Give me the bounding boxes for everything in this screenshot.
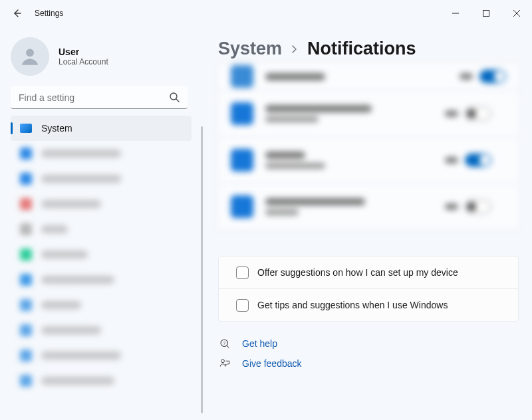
get-help-link[interactable]: ? Get help [218, 338, 519, 350]
user-name: User [59, 47, 108, 57]
sidebar-item-blurred[interactable] [11, 343, 192, 368]
svg-rect-0 [483, 11, 489, 17]
close-icon [513, 10, 520, 17]
nav-icon-blurred [20, 375, 32, 387]
maximize-button[interactable] [471, 3, 501, 23]
maximize-icon [483, 10, 489, 17]
app-notifications-list-blurred [218, 63, 519, 229]
sidebar-item-blurred[interactable] [11, 368, 192, 393]
option-offer-suggestions[interactable]: Offer suggestions on how I can set up my… [219, 257, 518, 288]
nav-label-blurred [41, 175, 121, 183]
avatar [11, 37, 49, 76]
nav-label-blurred [41, 276, 114, 284]
nav-label-blurred [41, 352, 121, 360]
content: System Notifications [205, 27, 532, 420]
sidebar-item-blurred[interactable] [11, 141, 192, 166]
nav-icon-blurred [20, 173, 32, 185]
option-get-tips[interactable]: Get tips and suggestions when I use Wind… [219, 288, 518, 321]
option-label: Offer suggestions on how I can set up my… [257, 267, 458, 278]
back-button[interactable] [7, 3, 27, 23]
nav-icon-blurred [20, 274, 32, 286]
breadcrumb-parent[interactable]: System [218, 39, 282, 59]
sidebar-nav: System [11, 116, 192, 393]
back-arrow-icon [11, 8, 22, 19]
nav-icon-blurred [20, 198, 32, 210]
sidebar-item-blurred[interactable] [11, 242, 192, 267]
svg-text:?: ? [223, 341, 225, 346]
give-feedback-link[interactable]: Give feedback [218, 358, 519, 369]
svg-point-1 [26, 49, 34, 56]
nav-label-blurred [41, 225, 68, 233]
nav-label-blurred [41, 377, 114, 385]
user-icon [19, 45, 41, 68]
link-label: Give feedback [242, 358, 302, 369]
nav-icon-blurred [20, 350, 32, 362]
nav-icon-blurred [20, 223, 32, 235]
nav-icon-blurred [20, 299, 32, 311]
footer-links: ? Get help Give feedback [218, 338, 519, 369]
option-label: Get tips and suggestions when I use Wind… [257, 300, 448, 310]
system-icon [20, 124, 32, 133]
svg-point-5 [221, 360, 225, 363]
scrollbar-thumb[interactable] [201, 126, 203, 413]
sidebar-item-blurred[interactable] [11, 191, 192, 217]
checkbox-offer-suggestions[interactable] [236, 266, 249, 279]
sidebar: User Local Account System [0, 27, 200, 420]
help-icon: ? [218, 338, 231, 350]
title-bar: Settings [0, 0, 532, 27]
nav-icon-blurred [20, 249, 32, 261]
nav-label-blurred [41, 150, 121, 158]
close-button[interactable] [501, 3, 532, 23]
feedback-icon [218, 358, 231, 369]
page-title: Notifications [307, 39, 416, 59]
sidebar-item-system[interactable]: System [11, 116, 192, 141]
minimize-button[interactable] [440, 3, 471, 23]
user-account-row[interactable]: User Local Account [11, 33, 192, 86]
sidebar-item-label: System [41, 123, 72, 134]
sidebar-scrollbar[interactable] [200, 126, 205, 413]
chevron-right-icon [290, 45, 299, 54]
nav-label-blurred [41, 251, 88, 259]
minimize-icon [452, 10, 459, 17]
nav-icon-blurred [20, 148, 32, 159]
user-subtitle: Local Account [59, 57, 108, 66]
nav-label-blurred [41, 326, 101, 334]
nav-icon-blurred [20, 324, 32, 336]
checkbox-get-tips[interactable] [236, 299, 249, 312]
sidebar-item-blurred[interactable] [11, 267, 192, 292]
window-controls [440, 3, 532, 23]
sidebar-item-blurred[interactable] [11, 166, 192, 191]
breadcrumb: System Notifications [218, 39, 519, 59]
link-label: Get help [242, 338, 277, 349]
sidebar-item-blurred[interactable] [11, 217, 192, 242]
sidebar-item-blurred[interactable] [11, 292, 192, 318]
nav-label-blurred [41, 301, 81, 309]
nav-label-blurred [41, 200, 101, 208]
search-input[interactable] [11, 86, 188, 109]
sidebar-item-blurred[interactable] [11, 318, 192, 343]
window-title: Settings [35, 9, 63, 18]
search-wrap [11, 86, 192, 109]
additional-settings-panel: Offer suggestions on how I can set up my… [218, 256, 519, 322]
